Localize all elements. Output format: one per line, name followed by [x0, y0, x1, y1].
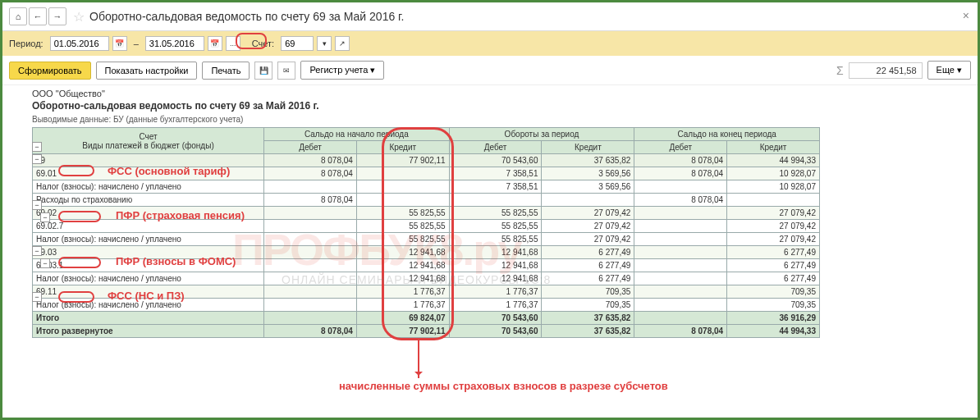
- total-sum: 22 451,58: [849, 62, 923, 79]
- cell-value: [264, 207, 357, 220]
- mail-icon[interactable]: ✉: [277, 62, 295, 80]
- tree-toggle[interactable]: −: [32, 292, 42, 302]
- cell-value: [356, 167, 449, 180]
- row-name: Итого: [33, 312, 264, 325]
- account-input[interactable]: [281, 36, 314, 51]
- more-button[interactable]: Еще ▾: [927, 61, 971, 80]
- cell-value: 55 825,55: [356, 207, 449, 220]
- cell-value: 3 569,56: [542, 180, 634, 194]
- cell-value: 27 079,42: [542, 233, 634, 246]
- table-row[interactable]: Налог (взносы): начислено / уплачено1 77…: [33, 299, 820, 312]
- cell-value: [542, 194, 634, 207]
- table-row[interactable]: Итого развернутое8 078,0477 902,1170 543…: [33, 325, 820, 338]
- cell-value: [264, 220, 357, 233]
- table-row[interactable]: 698 078,0477 902,1170 543,6037 635,828 0…: [33, 154, 820, 167]
- cell-value: 1 776,37: [356, 299, 449, 312]
- table-row[interactable]: Налог (взносы): начислено / уплачено12 9…: [33, 272, 820, 285]
- close-button[interactable]: ×: [963, 9, 969, 22]
- th-start-balance: Сальдо на начало периода: [264, 128, 450, 141]
- cell-value: 55 825,55: [449, 207, 542, 220]
- cell-value: [634, 246, 727, 259]
- row-name: 69: [33, 154, 264, 167]
- account-open-button[interactable]: ↗: [335, 36, 350, 51]
- cell-value: 7 358,51: [449, 167, 542, 180]
- cell-value: 12 941,68: [356, 272, 449, 285]
- cell-value: [264, 180, 357, 194]
- account-dropdown-button[interactable]: ▾: [317, 36, 332, 51]
- table-row[interactable]: 69.02.755 825,5555 825,5527 079,4227 079…: [33, 220, 820, 233]
- cell-value: [634, 207, 727, 220]
- back-button[interactable]: ←: [29, 7, 47, 25]
- date-to-input[interactable]: [145, 36, 204, 51]
- cell-value: 1 776,37: [449, 285, 542, 299]
- forward-button[interactable]: →: [48, 7, 66, 25]
- print-button[interactable]: Печать: [202, 62, 250, 80]
- cell-value: [449, 194, 542, 207]
- cell-value: 44 994,33: [727, 154, 820, 167]
- row-name: 69.03: [33, 246, 264, 259]
- window-title: Оборотно-сальдовая ведомость по счету 69…: [89, 10, 404, 23]
- account-label: Счет:: [252, 39, 274, 48]
- table-row[interactable]: Налог (взносы): начислено / уплачено55 8…: [33, 233, 820, 246]
- cell-value: 12 941,68: [449, 246, 542, 259]
- row-name: 69.11: [33, 285, 264, 299]
- cell-value: 70 543,60: [449, 312, 542, 325]
- cell-value: 8 078,04: [634, 325, 727, 338]
- period-ellipsis-button[interactable]: ...: [226, 36, 240, 51]
- show-settings-button[interactable]: Показать настройки: [96, 62, 198, 80]
- cell-value: 55 825,55: [449, 220, 542, 233]
- cell-value: 27 079,42: [542, 207, 634, 220]
- cell-value: 55 825,55: [356, 220, 449, 233]
- tree-toggle[interactable]: −: [40, 258, 50, 268]
- cell-value: [264, 312, 357, 325]
- cell-value: 10 928,07: [727, 180, 820, 194]
- table-row[interactable]: 69.111 776,371 776,37709,35709,35: [33, 285, 820, 299]
- annotation-arrow: [418, 340, 419, 378]
- report-title: Оборотно-сальдовая ведомость по счету 69…: [32, 100, 948, 112]
- cell-value: [634, 233, 727, 246]
- date-from-input[interactable]: [50, 36, 109, 51]
- cell-value: 44 994,33: [727, 325, 820, 338]
- table-row[interactable]: 69.03.112 941,6812 941,686 277,496 277,4…: [33, 259, 820, 272]
- calendar-to-icon[interactable]: 📅: [208, 36, 222, 51]
- cell-value: 6 277,49: [542, 272, 634, 285]
- form-button[interactable]: Сформировать: [9, 62, 91, 80]
- sigma-icon: Σ: [836, 64, 844, 77]
- th-credit2: Кредит: [542, 141, 634, 154]
- report-area: ООО "Общество" Оборотно-сальдовая ведомо…: [2, 85, 978, 341]
- cell-value: 36 916,29: [727, 312, 820, 325]
- cell-value: [356, 180, 449, 194]
- cell-value: 70 543,60: [449, 154, 542, 167]
- cell-value: 8 078,04: [264, 325, 357, 338]
- th-debit3: Дебет: [634, 141, 727, 154]
- tree-toggle[interactable]: −: [32, 142, 42, 152]
- register-button[interactable]: Регистр учета ▾: [300, 61, 384, 80]
- cell-value: 6 277,49: [727, 272, 820, 285]
- favorite-icon[interactable]: ☆: [73, 9, 85, 25]
- tree-toggle[interactable]: −: [40, 212, 50, 222]
- cell-value: 7 358,51: [449, 180, 542, 194]
- home-button[interactable]: ⌂: [9, 7, 27, 25]
- table-row[interactable]: 69.018 078,047 358,513 569,568 078,0410 …: [33, 167, 820, 180]
- th-turnover: Обороты за период: [449, 128, 634, 141]
- th-credit1: Кредит: [356, 141, 449, 154]
- cell-value: 37 635,82: [542, 154, 634, 167]
- table-row[interactable]: 69.0312 941,6812 941,686 277,496 277,49: [33, 246, 820, 259]
- table-row[interactable]: Расходы по страхованию8 078,048 078,04: [33, 194, 820, 207]
- cell-value: 709,35: [727, 299, 820, 312]
- table-row[interactable]: Налог (взносы): начислено / уплачено7 35…: [33, 180, 820, 194]
- row-name: Налог (взносы): начислено / уплачено: [33, 180, 264, 194]
- cell-value: 3 569,56: [542, 167, 634, 180]
- tree-toggle[interactable]: −: [32, 154, 42, 164]
- cell-value: 55 825,55: [449, 233, 542, 246]
- tree-toggle[interactable]: −: [32, 246, 42, 256]
- save-icon[interactable]: 💾: [254, 62, 272, 80]
- table-row[interactable]: 69.0255 825,5555 825,5527 079,4227 079,4…: [33, 207, 820, 220]
- tree-toggle[interactable]: −: [32, 200, 42, 210]
- row-name: Налог (взносы): начислено / уплачено: [33, 299, 264, 312]
- table-row[interactable]: Итого69 824,0770 543,6037 635,8236 916,2…: [33, 312, 820, 325]
- calendar-from-icon[interactable]: 📅: [112, 36, 127, 51]
- cell-value: 1 776,37: [449, 299, 542, 312]
- cell-value: 55 825,55: [356, 233, 449, 246]
- dash: –: [134, 39, 139, 48]
